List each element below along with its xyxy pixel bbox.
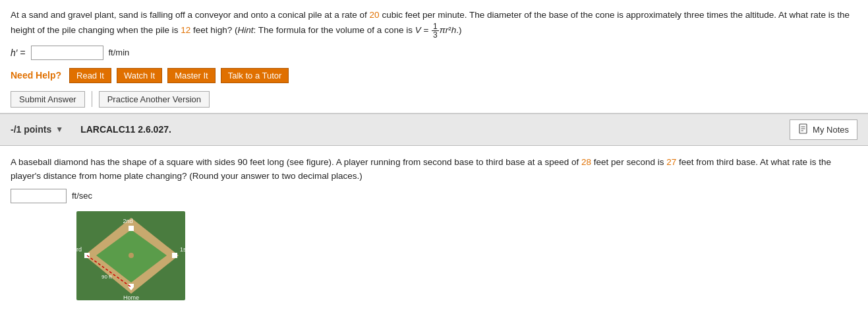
points-left: -/1 points ▼ LARCALC11 2.6.027. xyxy=(11,124,171,135)
problem-text-part1: At a sand and gravel plant, sand is fall… xyxy=(11,10,370,20)
svg-text:3rd: 3rd xyxy=(76,246,82,253)
problem-text: At a sand and gravel plant, sand is fall… xyxy=(11,8,857,39)
top-section: At a sand and gravel plant, sand is fall… xyxy=(0,0,868,114)
height-value: 12 xyxy=(181,25,190,35)
svg-text:1st: 1st xyxy=(180,246,185,253)
second-problem-part1: A baseball diamond has the shape of a sq… xyxy=(11,157,581,167)
action-row: Submit Answer Practice Another Version xyxy=(11,91,857,108)
submit-answer-button[interactable]: Submit Answer xyxy=(11,91,85,108)
unit-label: ft/min xyxy=(109,48,130,57)
svg-rect-8 xyxy=(172,253,177,258)
svg-text:90 ft: 90 ft xyxy=(101,274,112,280)
divider-small xyxy=(92,91,92,107)
chevron-down-icon[interactable]: ▼ xyxy=(55,125,63,134)
answer-row: h′ = ft/min xyxy=(11,46,857,60)
second-unit-label: ft/sec xyxy=(72,191,92,201)
need-help-label: Need Help? xyxy=(11,70,61,81)
points-label: -/1 points xyxy=(11,124,51,135)
problem-id: LARCALC11 2.6.027. xyxy=(80,124,171,135)
master-it-button[interactable]: Master It xyxy=(167,68,216,83)
distance-value: 27 xyxy=(666,157,676,167)
watch-it-button[interactable]: Watch It xyxy=(117,68,162,83)
second-problem-part2: feet per second is xyxy=(591,157,666,167)
need-help-row: Need Help? Read It Watch It Master It Ta… xyxy=(11,68,857,83)
second-answer-row: ft/sec xyxy=(11,189,857,203)
points-bar: -/1 points ▼ LARCALC11 2.6.027. My Notes xyxy=(0,114,868,146)
answer-label: h′ = xyxy=(11,48,26,58)
notes-icon xyxy=(798,123,809,136)
svg-text:2nd: 2nd xyxy=(123,218,132,224)
my-notes-button[interactable]: My Notes xyxy=(790,119,857,140)
second-answer-input[interactable] xyxy=(11,189,67,203)
svg-rect-7 xyxy=(129,226,134,231)
my-notes-label: My Notes xyxy=(813,125,849,135)
practice-another-button[interactable]: Practice Another Version xyxy=(99,91,210,108)
baseball-diamond-figure: 2nd 3rd 1st Home 90 ft xyxy=(76,211,185,300)
svg-point-11 xyxy=(129,253,134,258)
problem-text-part3: feet high? (Hint: The formula for the vo… xyxy=(190,25,461,35)
svg-text:Home: Home xyxy=(123,294,139,300)
second-section: A baseball diamond has the shape of a sq… xyxy=(0,146,868,307)
read-it-button[interactable]: Read It xyxy=(69,68,111,83)
second-problem-text: A baseball diamond has the shape of a sq… xyxy=(11,155,857,183)
speed-value: 28 xyxy=(581,157,591,167)
talk-to-tutor-button[interactable]: Talk to a Tutor xyxy=(221,68,289,83)
rate-value: 20 xyxy=(370,10,380,20)
answer-input[interactable] xyxy=(31,46,103,60)
